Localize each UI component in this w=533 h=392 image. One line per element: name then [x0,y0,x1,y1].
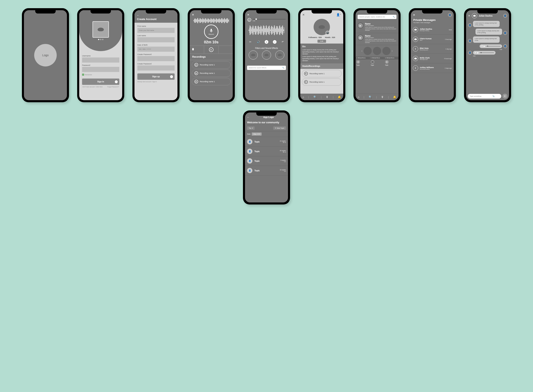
play-icon[interactable]: ▶ [357,23,363,28]
password2-input[interactable] [137,65,175,70]
cut-icon[interactable]: ✂ [248,40,252,44]
bell-icon[interactable]: 🔔 [338,95,341,98]
story-item[interactable] [363,47,372,55]
signup-button[interactable]: Sign up› [137,73,175,80]
create-account-link[interactable]: Don't have account / Click Here [82,86,103,88]
topic-row[interactable]: 👤Topic20 replies30 m [245,147,288,156]
story-carousel[interactable]: ‹ › [356,45,399,57]
mic-icon[interactable]: 🎙 [326,95,328,98]
username-input[interactable] [82,57,119,63]
cloud-icon [98,28,104,31]
new-topic-button[interactable]: ✦ New Topic [273,126,286,130]
recording-item[interactable]: ▶Recording name 1 [302,70,342,77]
password-input[interactable] [82,67,119,72]
user-icon[interactable]: 👤 [503,14,507,18]
post-subtitle: Post Description [365,25,396,27]
search-icon[interactable]: 🔍 [313,95,317,98]
bio-section: Bio Lorem Ipsum is simply dummy text of … [300,44,343,63]
topic-title: Topic [254,141,278,143]
feed-post[interactable]: ▶ NamePost DescriptionLorem Ipsum is sim… [356,33,399,45]
feed-post[interactable]: ▶ NamePost DescriptionLorem Ipsum is sim… [356,21,399,33]
topic-cell[interactable]: ▶Topic [356,59,370,67]
add-icon[interactable]: ＋ [265,40,268,44]
progress-bar[interactable] [253,19,286,19]
lastname-input[interactable] [137,37,175,42]
message-row[interactable]: Claire KumasSent1 hour ago [411,35,454,44]
recording-item[interactable]: ▶Recording name 1 [192,61,231,69]
search-effects-input[interactable]: Search for sound effects🔍 [247,66,286,70]
attach-icon[interactable]: 📎 [492,95,495,97]
date-label: Date [247,133,251,135]
forgot-password-link[interactable]: Forgot Password? [107,86,119,88]
profile-avatar[interactable]: 📷 [314,19,330,35]
phone-feed: Search people, topics, locations etc🔍 ▶ … [353,8,400,102]
add-user-icon[interactable]: 👤⁺ [336,13,341,16]
user-icon[interactable]: 👤 [448,13,452,17]
topic-row[interactable]: 👤Topic15 replies20 m [245,137,288,147]
topic-row[interactable]: 👤Topic10 replies3 h [245,166,288,175]
close-icon[interactable] [302,13,305,16]
chevron-right-icon: › [115,80,118,83]
home-icon[interactable]: ⌂ [302,95,304,98]
message-row[interactable]: 🎙Blair DotaRecording sent1 day ago [411,44,454,54]
search-icon[interactable]: 🔍 [369,95,372,98]
recording-item[interactable]: ▶Recording name 1 [192,78,231,85]
recording-item[interactable]: ▶Recording name 1 [192,70,231,77]
date-filter[interactable]: May 13 ▾ [252,132,262,135]
cloud-icon [371,61,374,63]
pager-dots[interactable] [98,39,103,40]
volume-icon[interactable]: 🔊 [257,40,260,44]
chat-avatar[interactable] [472,13,477,19]
voice-bubble[interactable]: 🎙▶ [480,44,502,48]
phone-signin: Username Password ✓Remember Sign In› Don… [77,8,124,102]
dob-input[interactable] [137,47,175,52]
close-icon[interactable] [247,13,249,16]
delete-button[interactable] [190,46,204,54]
mic-icon[interactable]: 🎙 [381,95,384,98]
topic-row[interactable]: 👤Topic5 replies2 h [245,156,288,166]
topic-cell[interactable]: ▶Topic [384,59,399,67]
message-input[interactable] [468,94,501,98]
close-icon[interactable] [413,13,415,17]
already-account-link[interactable]: Already have account / Sign in [137,81,175,82]
effect-preset[interactable] [249,51,258,60]
message-row[interactable]: 🎙Ashley WilliamsRecording waiting2 days … [411,63,454,73]
play-button[interactable]: ▶ [204,46,218,54]
dob-label: Date of Birth [137,44,175,46]
cloud-icon [319,25,325,29]
message-row[interactable]: Molly ClarkMessage seen5 hours ago [411,54,454,63]
edit-button[interactable]: Edit [318,40,326,43]
sort-dropdown[interactable]: Top▾ [247,126,255,130]
send-mic-button[interactable]: 🎙 [503,94,507,98]
topic-cell[interactable]: Topic [370,59,384,67]
app-logo-text: App Logo [251,116,286,118]
remove-icon[interactable]: － [273,40,276,44]
effect-preset[interactable] [262,51,271,60]
effect-preset[interactable] [275,51,284,60]
back-icon[interactable] [137,14,139,17]
remember-checkbox[interactable]: ✓Remember [82,74,119,76]
play-button[interactable]: ▶ [247,18,251,22]
home-icon[interactable]: ⌂ [357,95,359,98]
close-icon[interactable] [192,13,194,16]
voice-bubble[interactable]: 🎙▶ [473,51,495,55]
chevron-left-icon[interactable]: ‹ [362,50,362,52]
story-item[interactable] [373,47,381,55]
undo-icon[interactable]: ↶ [281,40,285,44]
close-icon[interactable] [468,14,470,17]
bell-icon[interactable]: 🔔 [393,95,396,98]
reply-count: 15 replies [280,140,286,142]
message-row[interactable]: Julian DasilvaMessage WaitingNow [411,25,454,35]
signin-button[interactable]: Sign In› [82,79,119,85]
record-button[interactable]: Record [204,24,218,39]
password1-input[interactable] [137,56,175,61]
back-icon[interactable] [247,116,249,119]
search-input[interactable]: Search people, topics, locations etc🔍 [357,15,396,19]
firstname-input[interactable] [137,28,175,33]
story-item[interactable] [382,47,390,55]
play-icon[interactable]: ▶ [357,35,363,41]
chevron-right-icon[interactable]: › [392,50,393,52]
camera-icon[interactable]: 📷 [325,31,329,35]
more-button[interactable] [219,46,233,54]
recording-item[interactable]: ▶Recording name 1 [302,78,342,86]
